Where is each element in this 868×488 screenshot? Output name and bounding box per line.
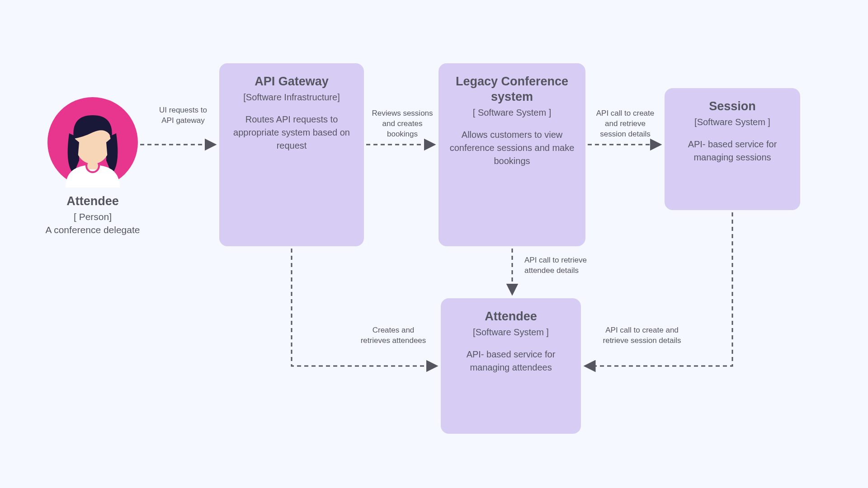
attendee-svc-desc: API- based service for managing attendee… [451,348,571,374]
label-api-to-legacy: Reviews sessions and creates bookings [368,108,436,140]
connectors-layer [0,0,868,488]
attendee-person-avatar [47,97,138,188]
legacy-title: Legacy Conference system [448,74,576,105]
session-desc: API- based service for managing sessions [675,138,790,164]
edge-api-to-attendee [292,249,436,366]
attendee-svc-subtitle: [Software System ] [451,326,571,338]
api-gateway-desc: Routes API requests to appropriate syste… [229,113,354,152]
session-title: Session [675,99,790,114]
attendee-person-title: Attendee [32,194,154,208]
attendee-svc-title: Attendee [451,309,571,324]
node-attendee-service: Attendee [Software System ] API- based s… [441,298,581,434]
legacy-subtitle: [ Software System ] [448,107,576,118]
legacy-desc: Allows customers to view conference sess… [448,128,576,168]
label-ui-to-api: UI requests to API gateway [147,105,219,126]
node-legacy-conference: Legacy Conference system [ Software Syst… [439,63,585,246]
attendee-person-desc: A conference delegate [32,223,154,236]
session-subtitle: [Software System ] [675,116,790,128]
api-gateway-title: API Gateway [229,74,354,89]
attendee-person-subtitle: [ Person] [32,210,154,223]
node-api-gateway: API Gateway [Software Infrastructure] Ro… [219,63,364,246]
label-legacy-to-attendee: API call to retrieve attendee details [524,255,606,276]
label-session-to-attendee: API call to create and retrieve session … [592,325,692,346]
node-session: Session [Software System ] API- based se… [665,88,800,210]
label-legacy-to-session: API call to create and retrieve session … [589,108,661,140]
label-api-to-attendee: Creates and retrieves attendees [353,325,434,346]
attendee-person-caption: Attendee [ Person] A conference delegate [32,194,154,237]
api-gateway-subtitle: [Software Infrastructure] [229,91,354,103]
